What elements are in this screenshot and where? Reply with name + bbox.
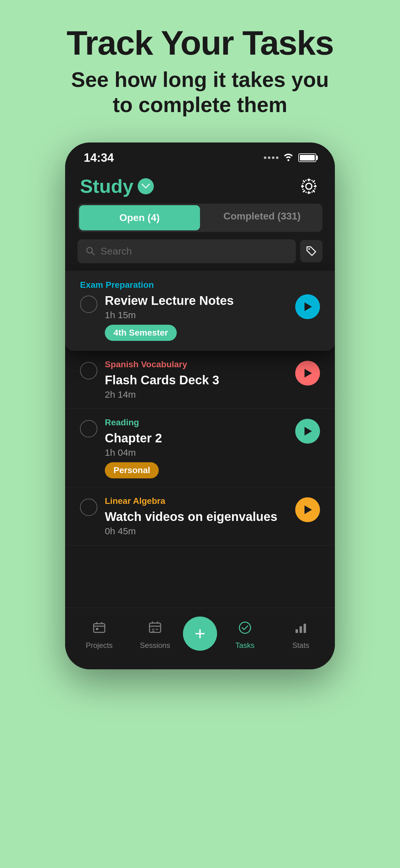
task-time-0: 1h 15m bbox=[105, 310, 288, 320]
svg-rect-6 bbox=[149, 623, 161, 632]
dropdown-button[interactable] bbox=[138, 178, 154, 194]
highlighted-task-card: Exam Preparation Review Lecture Notes 1h… bbox=[65, 271, 335, 351]
nav-label-projects: Projects bbox=[86, 641, 113, 650]
hero-section: Track Your Tasks See how long it takes y… bbox=[0, 0, 400, 136]
svg-point-7 bbox=[239, 622, 251, 633]
task-time-2: 1h 04m bbox=[105, 447, 288, 458]
stats-icon bbox=[294, 621, 308, 638]
task-category-1: Spanish Vocabulary bbox=[105, 360, 288, 369]
svg-point-3 bbox=[308, 248, 310, 250]
svg-rect-4 bbox=[94, 624, 105, 632]
status-bar: 14:34 bbox=[65, 143, 335, 168]
task-checkbox-0[interactable] bbox=[80, 296, 97, 313]
app-title: Study bbox=[80, 175, 133, 197]
nav-label-tasks: Tasks bbox=[235, 641, 254, 650]
title-group: Study bbox=[80, 175, 154, 197]
task-category-2: Reading bbox=[105, 417, 288, 428]
play-button-2[interactable] bbox=[295, 419, 320, 444]
play-icon-1 bbox=[304, 369, 312, 377]
play-icon-0 bbox=[304, 302, 312, 311]
task-time-1: 2h 14m bbox=[105, 389, 288, 400]
list-item: Linear Algebra Watch videos on eigenvalu… bbox=[65, 487, 335, 546]
nav-item-stats[interactable]: Stats bbox=[273, 621, 329, 650]
task-tag-0: 4th Semester bbox=[105, 325, 177, 341]
search-placeholder: Search bbox=[100, 246, 132, 257]
play-icon-3 bbox=[304, 505, 312, 514]
task-content-0: Review Lecture Notes 1h 15m 4th Semester bbox=[105, 293, 288, 341]
hero-title: Track Your Tasks bbox=[19, 25, 381, 61]
search-icon bbox=[86, 246, 96, 256]
status-icons bbox=[264, 152, 316, 164]
tab-completed[interactable]: Completed (331) bbox=[202, 204, 323, 232]
nav-item-tasks[interactable]: Tasks bbox=[217, 621, 273, 650]
bottom-nav: Projects Sessions + bbox=[65, 608, 335, 669]
play-button-0[interactable] bbox=[295, 294, 320, 319]
play-button-1[interactable] bbox=[295, 361, 320, 385]
tasks-list: Spanish Vocabulary Flash Cards Deck 3 2h… bbox=[65, 351, 335, 546]
svg-point-0 bbox=[306, 183, 312, 189]
task-checkbox-1[interactable] bbox=[80, 362, 97, 379]
task-category-0: Exam Preparation bbox=[80, 280, 320, 290]
task-checkbox-3[interactable] bbox=[80, 499, 97, 516]
svg-rect-5 bbox=[96, 628, 98, 630]
battery-icon bbox=[298, 153, 316, 162]
task-time-3: 0h 45m bbox=[105, 526, 288, 536]
task-tag-2: Personal bbox=[105, 462, 159, 478]
spacer bbox=[65, 546, 335, 608]
nav-label-sessions: Sessions bbox=[140, 641, 170, 650]
tab-open[interactable]: Open (4) bbox=[79, 205, 200, 230]
tabs-container: Open (4) Completed (331) bbox=[77, 204, 323, 232]
list-item: Reading Chapter 2 1h 04m Personal bbox=[65, 409, 335, 487]
play-icon-2 bbox=[304, 427, 312, 436]
status-time: 14:34 bbox=[84, 151, 114, 164]
svg-rect-8 bbox=[296, 629, 298, 633]
nav-item-projects[interactable]: Projects bbox=[71, 621, 127, 650]
tag-icon bbox=[306, 246, 317, 257]
task-content-1: Spanish Vocabulary Flash Cards Deck 3 2h… bbox=[105, 360, 288, 400]
sessions-icon bbox=[148, 621, 162, 638]
task-category-3: Linear Algebra bbox=[105, 496, 288, 506]
task-title-1: Flash Cards Deck 3 bbox=[105, 373, 288, 388]
task-title-3: Watch videos on eigenvalues bbox=[105, 509, 288, 524]
task-content-2: Reading Chapter 2 1h 04m Personal bbox=[105, 417, 288, 478]
svg-point-1 bbox=[302, 180, 316, 193]
signal-icon bbox=[264, 156, 278, 159]
add-icon: + bbox=[194, 624, 205, 643]
search-bar[interactable]: Search bbox=[77, 239, 296, 263]
svg-rect-9 bbox=[300, 626, 302, 633]
list-item: Spanish Vocabulary Flash Cards Deck 3 2h… bbox=[65, 351, 335, 409]
hero-subtitle: See how long it takes youto complete the… bbox=[19, 67, 381, 118]
play-button-3[interactable] bbox=[295, 497, 320, 522]
projects-icon bbox=[92, 621, 106, 638]
wifi-icon bbox=[283, 152, 294, 164]
task-checkbox-2[interactable] bbox=[80, 420, 97, 437]
svg-rect-10 bbox=[304, 624, 306, 633]
task-row-0: Review Lecture Notes 1h 15m 4th Semester bbox=[80, 293, 320, 341]
tag-filter-button[interactable] bbox=[300, 240, 323, 262]
nav-item-sessions[interactable]: Sessions bbox=[127, 621, 183, 650]
tasks-icon bbox=[238, 621, 252, 638]
task-title-0: Review Lecture Notes bbox=[105, 293, 288, 308]
search-container: Search bbox=[77, 239, 323, 263]
phone-device: 14:34 Study bbox=[65, 143, 335, 669]
add-button[interactable]: + bbox=[183, 617, 217, 651]
nav-label-stats: Stats bbox=[292, 641, 309, 650]
app-header: Study bbox=[65, 168, 335, 204]
nav-item-add[interactable]: + bbox=[183, 617, 217, 654]
task-title-2: Chapter 2 bbox=[105, 431, 288, 445]
task-content-3: Linear Algebra Watch videos on eigenvalu… bbox=[105, 496, 288, 536]
settings-button[interactable] bbox=[298, 175, 320, 197]
